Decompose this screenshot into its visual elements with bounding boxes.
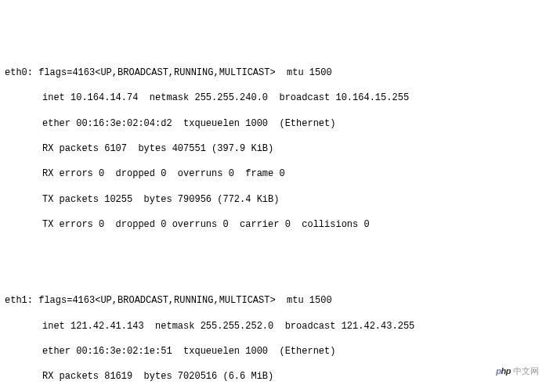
- iface-eth1-inet: inet 121.42.41.143 netmask 255.255.252.0…: [5, 320, 541, 333]
- iface-eth0-ether: ether 00:16:3e:02:04:d2 txqueuelen 1000 …: [5, 117, 541, 130]
- iface-eth0-rx-errors: RX errors 0 dropped 0 overruns 0 frame 0: [5, 167, 541, 180]
- iface-eth1-rx-packets: RX packets 81619 bytes 7020516 (6.6 MiB): [5, 370, 541, 383]
- iface-eth1-header: eth1: flags=4163<UP,BROADCAST,RUNNING,MU…: [5, 294, 541, 307]
- iface-eth1-ether: ether 00:16:3e:02:1e:51 txqueuelen 1000 …: [5, 345, 541, 358]
- blank-line: [5, 244, 541, 257]
- watermark: php 中文网: [494, 365, 541, 378]
- iface-eth0-inet: inet 10.164.14.74 netmask 255.255.240.0 …: [5, 92, 541, 104]
- watermark-text: 中文网: [513, 365, 539, 377]
- iface-eth0-header: eth0: flags=4163<UP,BROADCAST,RUNNING,MU…: [5, 67, 541, 79]
- php-logo-icon: php: [496, 365, 511, 377]
- logo-p2: p: [506, 365, 511, 377]
- iface-eth0-tx-packets: TX packets 10255 bytes 790956 (772.4 KiB…: [5, 193, 541, 206]
- iface-eth0-tx-errors: TX errors 0 dropped 0 overruns 0 carrier…: [5, 218, 541, 231]
- iface-eth0-rx-packets: RX packets 6107 bytes 407551 (397.9 KiB): [5, 142, 541, 155]
